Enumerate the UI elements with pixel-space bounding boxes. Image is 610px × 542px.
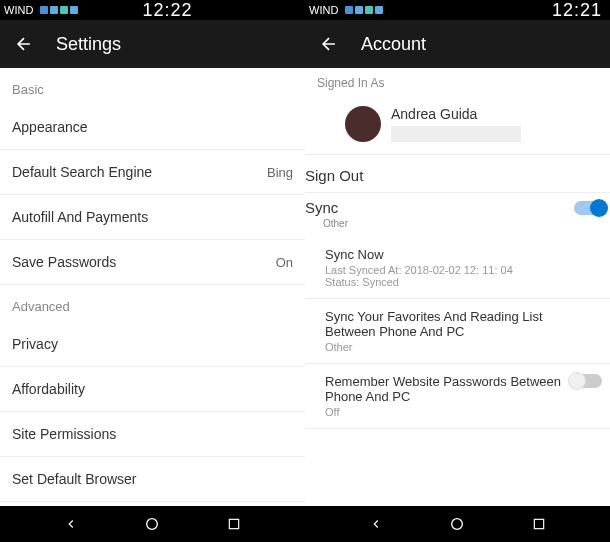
remember-passwords-row[interactable]: Remember Website Passwords Between Phone… — [305, 364, 610, 429]
nav-bar — [0, 506, 305, 542]
status-time: 12:22 — [142, 0, 192, 21]
sync-status-label: Status: Synced — [325, 276, 590, 288]
svg-rect-3 — [534, 519, 543, 528]
app-bar: Account — [305, 20, 610, 68]
setting-appearance[interactable]: Appearance — [0, 105, 305, 150]
status-bar: WIND 12:21 — [305, 0, 610, 20]
nav-recent-icon[interactable] — [225, 515, 243, 533]
sync-favorites-row[interactable]: Sync Your Favorites And Reading List Bet… — [305, 299, 610, 364]
setting-privacy[interactable]: Privacy — [0, 322, 305, 367]
svg-point-2 — [452, 519, 463, 530]
setting-label: Default Search Engine — [12, 164, 152, 180]
sync-sub: Other — [305, 218, 610, 229]
sync-last-label: Last Synced At: 2018-02-02 12: 11: 04 — [325, 264, 590, 276]
setting-label: Privacy — [12, 336, 58, 352]
avatar — [345, 106, 381, 142]
back-icon[interactable] — [12, 32, 36, 56]
sync-toggle[interactable] — [574, 201, 606, 215]
remember-passwords-toggle[interactable] — [570, 374, 602, 388]
setting-label: Autofill And Payments — [12, 209, 148, 225]
page-title: Account — [361, 34, 426, 55]
setting-value: Bing — [267, 165, 293, 180]
sync-toggle-row[interactable]: Sync — [305, 193, 610, 216]
status-bar: WIND 12:22 — [0, 0, 305, 20]
sync-now-row[interactable]: Sync Now Last Synced At: 2018-02-02 12: … — [305, 237, 610, 299]
sync-favorites-sub: Other — [325, 341, 590, 353]
sync-now-label: Sync Now — [325, 247, 590, 262]
remember-passwords-label: Remember Website Passwords Between Phone… — [325, 374, 570, 404]
setting-search-engine[interactable]: Default Search Engine Bing — [0, 150, 305, 195]
remember-passwords-sub: Off — [325, 406, 570, 418]
setting-label: Set Default Browser — [12, 471, 137, 487]
setting-site-permissions[interactable]: Site Permissions — [0, 412, 305, 457]
page-title: Settings — [56, 34, 121, 55]
settings-content: Basic Appearance Default Search Engine B… — [0, 68, 305, 506]
status-icons — [345, 6, 383, 14]
setting-label: Appearance — [12, 119, 88, 135]
status-time: 12:21 — [552, 0, 602, 21]
sign-out-button[interactable]: Sign Out — [305, 155, 610, 192]
carrier-label: WIND — [4, 4, 33, 16]
nav-back-icon[interactable] — [62, 515, 80, 533]
user-email — [391, 126, 521, 142]
setting-value: On — [276, 255, 293, 270]
status-icons — [40, 6, 78, 14]
user-row[interactable]: Andrea Guida — [305, 98, 610, 154]
settings-screen: WIND 12:22 Settings Basic Appearance Def… — [0, 0, 305, 542]
carrier-label: WIND — [309, 4, 338, 16]
signed-in-label: Signed In As — [305, 68, 610, 98]
setting-default-browser[interactable]: Set Default Browser — [0, 457, 305, 502]
user-name: Andrea Guida — [391, 106, 598, 122]
account-content: Signed In As Andrea Guida Sign Out Sync … — [305, 68, 610, 506]
setting-label: Save Passwords — [12, 254, 116, 270]
sync-label: Sync — [305, 199, 338, 216]
nav-home-icon[interactable] — [143, 515, 161, 533]
svg-point-0 — [147, 519, 158, 530]
setting-save-passwords[interactable]: Save Passwords On — [0, 240, 305, 285]
back-icon[interactable] — [317, 32, 341, 56]
sync-favorites-label: Sync Your Favorites And Reading List Bet… — [325, 309, 590, 339]
app-bar: Settings — [0, 20, 305, 68]
account-screen: WIND 12:21 Account Signed In As Andrea G… — [305, 0, 610, 542]
nav-home-icon[interactable] — [448, 515, 466, 533]
nav-back-icon[interactable] — [367, 515, 385, 533]
setting-label: Affordability — [12, 381, 85, 397]
section-advanced: Advanced — [0, 285, 305, 322]
section-basic: Basic — [0, 68, 305, 105]
svg-rect-1 — [229, 519, 238, 528]
setting-label: Site Permissions — [12, 426, 116, 442]
nav-bar — [305, 506, 610, 542]
setting-affordability[interactable]: Affordability — [0, 367, 305, 412]
setting-autofill[interactable]: Autofill And Payments — [0, 195, 305, 240]
nav-recent-icon[interactable] — [530, 515, 548, 533]
